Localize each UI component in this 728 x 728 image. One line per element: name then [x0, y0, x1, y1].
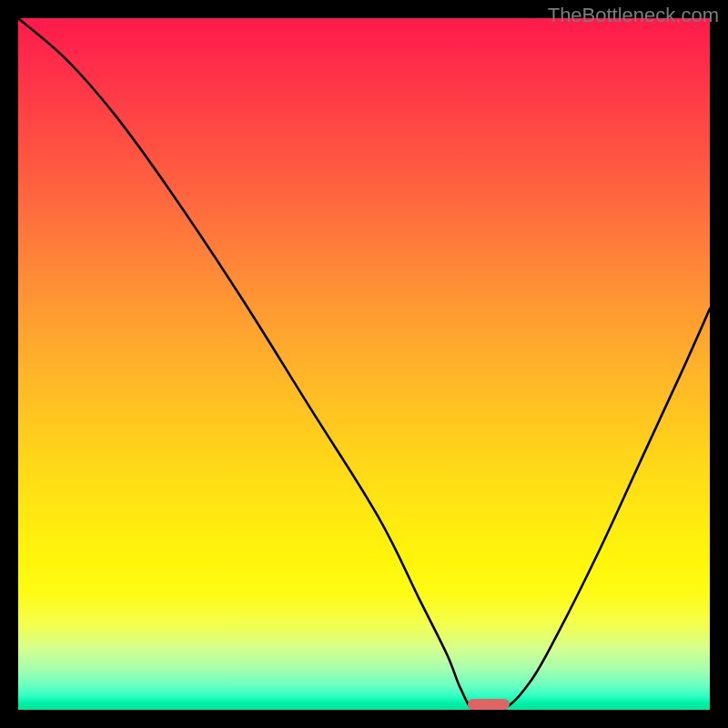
- optimal-marker: [468, 699, 510, 710]
- plot-area: [18, 18, 710, 710]
- watermark-text: TheBottleneck.com: [548, 4, 719, 27]
- bottleneck-curve: [18, 18, 710, 710]
- chart-frame: TheBottleneck.com: [0, 0, 728, 728]
